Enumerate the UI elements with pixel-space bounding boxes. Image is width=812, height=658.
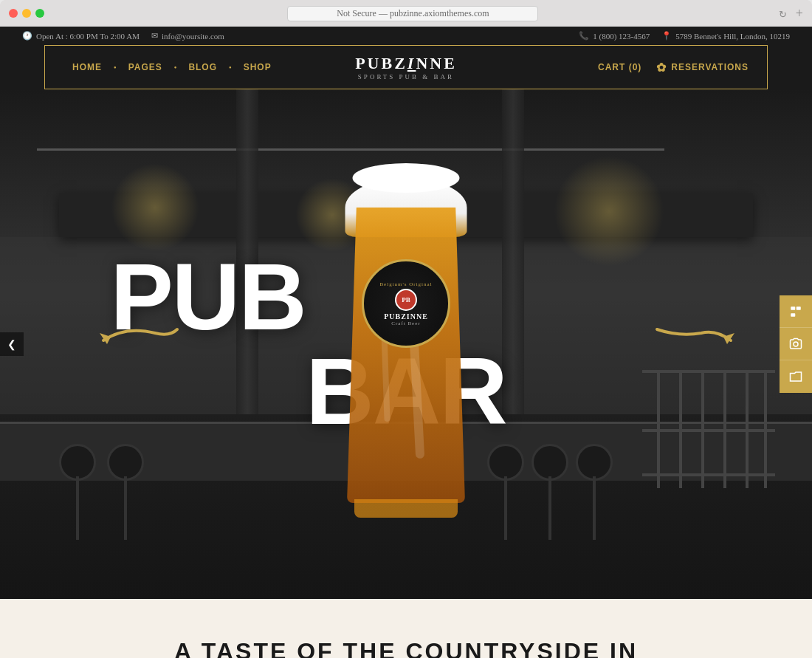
beer-label: Belgium's Original PB PUBZINNE Craft Bee… [362,259,450,348]
navbar-wrapper: HOME ● PAGES ● BLOG ● SHOP PUBZINNE SPOR… [0,45,812,89]
beer-label-sub: Craft Beer [391,321,420,326]
hero-section: Belgium's Original PB PUBZINNE Craft Bee… [0,89,812,599]
address-bar[interactable]: Not Secure — pubzinne.axiomthemes.com [287,6,538,21]
top-bar: 🕐 Open At : 6:00 PM To 2:00 AM ✉ info@yo… [0,27,812,45]
reservations-label: RESERVATIONS [671,62,749,72]
reservations-button[interactable]: ✿ RESERVATIONS [656,61,749,75]
nav-item-blog[interactable]: BLOG [179,62,226,72]
bar-stool-4 [531,444,568,540]
nav-dot-2: ● [174,65,177,69]
cart-button[interactable]: CART (0) [598,62,641,72]
clock-icon: 🕐 [22,31,32,41]
phone-item[interactable]: 📞 1 (800) 123-4567 [579,31,650,41]
svg-rect-2 [791,306,795,310]
nav-dot-3: ● [229,65,232,69]
bar-stool-3 [487,444,524,540]
phone-text: 1 (800) 123-4567 [593,32,650,41]
location-icon: 📍 [661,31,672,41]
location-item: 📍 5789 Bennet's Hill, London, 10219 [661,31,790,41]
nav-right: CART (0) ✿ RESERVATIONS [598,61,749,75]
beer-label-top: Belgium's Original [379,281,432,287]
top-bar-left: 🕐 Open At : 6:00 PM To 2:00 AM ✉ info@yo… [22,31,224,41]
beer-label-badge: PB [395,289,417,311]
browser-actions: ↻ + [779,6,803,21]
navbar: HOME ● PAGES ● BLOG ● SHOP PUBZINNE SPOR… [44,45,768,89]
new-tab-button[interactable]: + [796,6,803,21]
traffic-light-close[interactable] [9,9,18,18]
svg-marker-1 [723,333,734,344]
glass-body [347,208,465,503]
glass-base [354,499,458,518]
open-hours-item: 🕐 Open At : 6:00 PM To 2:00 AM [22,31,140,41]
nav-item-home[interactable]: HOME [63,62,111,72]
beer-label-brand: PUBZINNE [384,312,428,321]
side-actions [780,295,812,393]
beer-glass: Belgium's Original PB PUBZINNE Craft Bee… [325,134,487,518]
side-action-photo[interactable] [780,328,812,360]
svg-marker-0 [100,333,111,344]
browser-chrome: Not Secure — pubzinne.axiomthemes.com ↻ … [0,0,812,27]
location-text: 5789 Bennet's Hill, London, 10219 [675,32,790,41]
email-item[interactable]: ✉ info@yoursite.com [151,31,224,41]
svg-rect-3 [796,306,801,310]
browser-titlebar: Not Secure — pubzinne.axiomthemes.com ↻ … [0,0,812,27]
svg-rect-4 [791,313,795,317]
top-bar-right: 📞 1 (800) 123-4567 📍 5789 Bennet's Hill,… [579,31,790,41]
phone-icon: 📞 [579,31,589,41]
arrow-deco-right [650,318,738,366]
arrow-deco-left [96,318,185,366]
bar-stool-5 [576,444,613,540]
svg-point-5 [794,342,798,346]
below-hero-section: A TASTE OF THE COUNTRYSIDE IN [0,599,812,658]
logo-main-text: PUBZINNE [355,54,457,73]
hero-prev-arrow[interactable]: ❮ [0,332,24,356]
open-hours-text: Open At : 6:00 PM To 2:00 AM [36,32,140,41]
email-icon: ✉ [151,31,158,41]
railing-h-bot [642,473,775,476]
side-action-folder[interactable] [780,360,812,393]
traffic-light-maximize[interactable] [35,9,44,18]
side-action-share[interactable] [780,295,812,328]
traffic-lights [9,9,44,18]
traffic-light-minimize[interactable] [22,9,31,18]
below-hero-title: A TASTE OF THE COUNTRYSIDE IN [174,638,638,658]
bg-light-1 [111,163,199,252]
bar-stool-1 [59,444,96,540]
logo-sub-text: SPORTS PUB & BAR [355,73,457,80]
nav-dot-1: ● [114,65,117,69]
prev-arrow-icon: ❮ [7,338,16,351]
nav-left: HOME ● PAGES ● BLOG ● SHOP [63,62,281,72]
nav-item-shop[interactable]: SHOP [235,62,281,72]
bar-stool-2 [107,444,144,540]
refresh-icon[interactable]: ↻ [779,9,787,20]
email-text: info@yoursite.com [162,32,224,41]
nav-item-pages[interactable]: PAGES [120,62,171,72]
site-logo[interactable]: PUBZINNE SPORTS PUB & BAR [355,54,457,80]
reservations-icon: ✿ [656,61,667,75]
browser-addressbar: Not Secure — pubzinne.axiomthemes.com [53,6,773,21]
website-content: 🕐 Open At : 6:00 PM To 2:00 AM ✉ info@yo… [0,27,812,658]
